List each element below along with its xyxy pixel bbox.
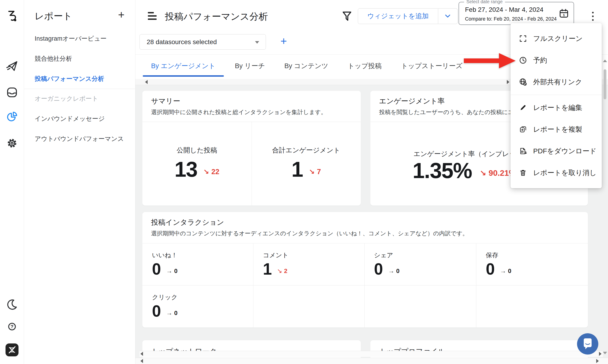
tab-by-engagement[interactable]: By エンゲージメント (141, 54, 225, 78)
tab-top-stories[interactable]: トップストーリーズ (391, 54, 472, 78)
pdf-download-icon: PDF (519, 147, 527, 155)
metric-shares: シェア 0 →0 (364, 243, 476, 285)
add-widget-button[interactable]: ウィジェットを追加 (358, 8, 438, 24)
report-item-outbound-performance[interactable]: アウトバウンドパフォーマンス (35, 129, 130, 149)
metric-clicks: クリック 0 →0 (142, 285, 253, 327)
metric-comments: コメント 1 ↘2 (253, 243, 364, 285)
delta-down-badge: ↘2 (277, 267, 287, 275)
filter-funnel-icon[interactable] (341, 10, 353, 23)
whats-new-badge-icon[interactable] (5, 342, 19, 357)
delta-flat-badge: →0 (166, 310, 177, 317)
reports-panel-title: レポート (35, 10, 72, 22)
menu-item-download-pdf[interactable]: PDF PDFをダウンロード (511, 140, 602, 162)
right-arrow-icon: → (500, 267, 506, 275)
add-report-button[interactable]: + (118, 9, 125, 20)
tab-scroll-right-icon[interactable] (507, 80, 509, 84)
down-right-arrow-icon: ↘ (309, 168, 315, 176)
report-item-organic-report[interactable]: オーガニックレポート (35, 89, 130, 109)
scroll-right-icon[interactable] (596, 359, 599, 363)
menu-divider (511, 95, 602, 95)
delta-flat-badge: →0 (500, 267, 511, 275)
more-options-kebab-button[interactable] (590, 9, 596, 23)
add-widget-label: ウィジェットを追加 (367, 12, 429, 21)
down-right-arrow-icon: ↘ (203, 168, 209, 176)
page-title: 投稿パフォーマンス分析 (165, 10, 268, 23)
stat-published-posts: 公開した投稿 13 ↘ 22 (142, 122, 252, 206)
right-arrow-icon: → (166, 267, 172, 275)
stat-total-engagement: 合計エンゲージメント 1 ↘ 7 (252, 122, 361, 206)
stat-engagement-rate-label: エンゲージメント率（インプレッ (414, 149, 516, 159)
delta-down-badge: ↘ 22 (203, 168, 220, 176)
scroll-left-icon[interactable] (141, 359, 143, 363)
scroll-right-icon[interactable] (599, 352, 602, 356)
menu-item-external-share-link[interactable]: 外部共有リンク (511, 71, 602, 93)
calendar-icon: 1 (558, 8, 569, 20)
down-right-arrow-icon: ↘ (480, 168, 487, 178)
widget-horizontal-scrollbar[interactable] (140, 351, 603, 357)
report-item-inbound-messages[interactable]: インバウンドメッセージ (35, 109, 130, 129)
date-compare-value: Compare to: Feb 20, 2024 - Feb 26, 2024 (465, 16, 557, 22)
svg-text:?: ? (10, 324, 13, 329)
date-range-value: Feb 27, 2024 - Mar 4, 2024 (465, 6, 543, 13)
delta-flat-badge: →0 (166, 267, 177, 275)
date-range-legend: Select date range (464, 0, 505, 4)
scroll-up-icon[interactable] (603, 60, 607, 62)
delta-down-badge: ↘ 7 (309, 168, 321, 176)
pencil-icon (519, 104, 527, 112)
add-widget-dropdown-button[interactable] (438, 8, 458, 24)
tab-by-content[interactable]: By コンテンツ (275, 54, 338, 78)
menu-item-fullscreen[interactable]: フルスクリーン (511, 28, 602, 50)
scroll-down-icon[interactable] (603, 352, 607, 354)
menu-item-duplicate-report[interactable]: レポートを複製 (511, 118, 602, 140)
globe-link-icon (519, 78, 527, 86)
clock-icon (519, 56, 527, 65)
icon-rail: ? (0, 0, 24, 364)
tab-by-reach[interactable]: By リーチ (225, 54, 275, 78)
report-item-post-performance[interactable]: 投稿パフォーマンス分析 (35, 69, 130, 89)
duplicate-icon (519, 125, 527, 133)
settings-gear-icon[interactable] (5, 136, 19, 151)
report-item-instagram-overview[interactable]: Instagramオーバービュー (35, 28, 130, 49)
scrollbar-thumb[interactable] (604, 69, 606, 99)
summary-card-description: 選択期間中に公開された投稿と総インタラクションを集計します。 (151, 108, 327, 116)
select-caret-icon (255, 41, 259, 44)
stat-engagement-rate: 1.35% ↘ 90.21% (413, 158, 516, 183)
publish-send-icon[interactable] (5, 59, 19, 74)
interactions-card-description: 選択期間中のコンテンツに対するオーディエンスのインタラクション（いいね！、コメン… (151, 230, 468, 237)
menu-item-delete-report[interactable]: レポートを取り消し (511, 162, 602, 184)
tab-scroll-left-icon[interactable] (145, 80, 148, 84)
metric-likes: いいね！ 0 →0 (142, 243, 253, 285)
hamburger-icon[interactable] (148, 11, 157, 21)
datasource-select-value: 28 datasources selected (147, 38, 217, 46)
summary-card-title: サマリー (151, 96, 180, 106)
down-right-arrow-icon: ↘ (277, 267, 282, 275)
inbox-icon[interactable] (5, 85, 19, 100)
svg-text:PDF: PDF (521, 151, 523, 152)
datasource-select[interactable]: 28 datasources selected (140, 34, 266, 50)
brand-logo-icon[interactable] (5, 9, 19, 24)
menu-item-edit-report[interactable]: レポートを編集 (511, 97, 602, 118)
chat-launcher-button[interactable] (577, 333, 599, 355)
help-icon[interactable]: ? (5, 319, 19, 334)
report-item-competitor-analysis[interactable]: 競合他社分析 (35, 49, 130, 69)
right-arrow-icon: → (388, 267, 394, 275)
report-options-menu: フルスクリーン 予約 外部共有リンク レポートを編集 (511, 23, 602, 188)
tab-top-posts[interactable]: トップ投稿 (338, 54, 391, 78)
page-horizontal-scrollbar[interactable] (135, 358, 608, 364)
add-widget-split-button: ウィジェットを追加 (358, 8, 458, 24)
red-annotation-arrow (464, 53, 516, 69)
post-interactions-card: 投稿インタラクション 選択期間中のコンテンツに対するオーディエンスのインタラクシ… (142, 212, 588, 327)
svg-text:1: 1 (563, 13, 565, 17)
reports-panel: レポート + Instagramオーバービュー 競合他社分析 投稿パフォーマンス… (24, 0, 135, 364)
reports-pie-icon[interactable] (5, 109, 19, 124)
metric-saves: 保存 0 →0 (476, 243, 588, 285)
page-vertical-scrollbar[interactable] (602, 57, 608, 364)
engagement-card-description: 投稿を閲覧したユーザーのうち、あなたの投稿にエ (379, 108, 514, 116)
summary-card: サマリー 選択期間中に公開された投稿と総インタラクションを集計します。 公開した… (142, 91, 361, 206)
date-range-picker[interactable]: Select date range Feb 27, 2024 - Mar 4, … (459, 2, 574, 25)
dark-mode-moon-icon[interactable] (5, 297, 19, 312)
add-datasource-button[interactable]: + (280, 35, 287, 47)
scroll-left-icon[interactable] (141, 352, 143, 356)
menu-item-schedule[interactable]: 予約 (511, 50, 602, 71)
interactions-card-title: 投稿インタラクション (151, 218, 224, 227)
